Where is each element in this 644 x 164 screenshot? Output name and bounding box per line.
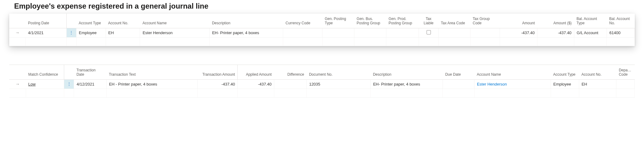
cell-transaction-text[interactable]: EH - Printer paper, 4 boxes — [106, 79, 197, 89]
cell-currency-code[interactable] — [283, 28, 322, 37]
col-account-no[interactable]: Account No. — [106, 14, 140, 28]
col-account-name[interactable]: Account Name — [474, 65, 551, 79]
col-amount-usd[interactable]: Amount ($) — [537, 14, 574, 28]
col-menu — [66, 14, 76, 28]
cell-account-name[interactable]: Ester Henderson — [474, 79, 551, 89]
cell-due-date[interactable] — [443, 79, 474, 89]
cell-account-type[interactable]: Employee — [551, 79, 579, 89]
cell-tax-area-code[interactable] — [438, 28, 470, 37]
col-description[interactable]: Description — [370, 65, 443, 79]
cell-amount-usd[interactable]: -437.40 — [537, 28, 574, 37]
section-heading: Employee's expense registered in a gener… — [0, 0, 644, 14]
col-applied-amount[interactable]: Applied Amount — [238, 65, 274, 79]
row-actions-icon[interactable]: ⋮ — [64, 79, 74, 89]
cell-match-confidence[interactable]: Low — [26, 79, 64, 89]
cell-description[interactable]: EH- Printer paper, 4 boxes — [370, 79, 443, 89]
cell-account-type[interactable]: Employee — [76, 28, 106, 37]
cell-gen-posting-type[interactable] — [322, 28, 354, 37]
table-header-row: Posting Date Account Type Account No. Ac… — [9, 14, 635, 28]
cell-account-no[interactable]: EH — [579, 79, 616, 89]
row-selector-arrow-icon[interactable]: → — [9, 28, 25, 37]
cell-depa-code[interactable] — [616, 79, 635, 89]
col-account-type[interactable]: Account Type — [76, 14, 106, 28]
general-journal-table: Posting Date Account Type Account No. Ac… — [9, 14, 635, 46]
checkbox-icon[interactable] — [427, 30, 431, 34]
cell-transaction-amount[interactable]: -437.40 — [198, 79, 238, 89]
col-currency-code[interactable]: Currency Code — [283, 14, 322, 28]
col-difference[interactable]: Difference — [274, 65, 306, 79]
col-selector — [9, 14, 25, 28]
col-tax-area-code[interactable]: Tax Area Code — [438, 14, 470, 28]
col-posting-date[interactable]: Posting Date — [25, 14, 66, 28]
col-tax-group-code[interactable]: Tax Group Code — [470, 14, 500, 28]
col-gen-bus-posting[interactable]: Gen. Bus. Posting Group — [354, 14, 386, 28]
cell-bal-account-no[interactable]: 61400 — [607, 28, 635, 37]
journal-line-row[interactable]: → 4/1/2021 ⋮ Employee EH Ester Henderson… — [9, 28, 635, 37]
cell-gen-prod-posting[interactable] — [386, 28, 419, 37]
cell-amount[interactable]: -437.40 — [500, 28, 537, 37]
col-depa-code[interactable]: Depa… Code — [616, 65, 635, 79]
col-transaction-text[interactable]: Transaction Text — [106, 65, 197, 79]
cell-tax-liable[interactable] — [419, 28, 439, 37]
col-menu — [64, 65, 74, 79]
col-description[interactable]: Description — [209, 14, 283, 28]
table-header-row: Match Confidence Transaction Date Transa… — [9, 65, 635, 79]
col-due-date[interactable]: Due Date — [443, 65, 474, 79]
col-match-confidence[interactable]: Match Confidence — [26, 65, 64, 79]
empty-row[interactable] — [9, 89, 635, 97]
col-amount[interactable]: Amount — [500, 14, 537, 28]
cell-tax-group-code[interactable] — [470, 28, 500, 37]
col-bal-account-type[interactable]: Bal. Account Type — [574, 14, 607, 28]
col-account-name[interactable]: Account Name — [140, 14, 209, 28]
cell-posting-date[interactable]: 4/1/2021 — [25, 28, 66, 37]
reconciliation-row[interactable]: → Low ⋮ 4/12/2021 EH - Printer paper, 4 … — [9, 79, 635, 89]
payment-reconciliation-table: Match Confidence Transaction Date Transa… — [9, 65, 635, 98]
col-gen-posting-type[interactable]: Gen. Posting Type — [322, 14, 354, 28]
cell-description[interactable]: EH- Printer paper, 4 boxes — [209, 28, 283, 37]
col-transaction-date[interactable]: Transaction Date — [74, 65, 106, 79]
col-selector — [9, 65, 26, 79]
col-account-type[interactable]: Account Type — [551, 65, 579, 79]
col-tax-liable[interactable]: Tax Liable — [419, 14, 439, 28]
row-actions-icon[interactable]: ⋮ — [66, 28, 76, 37]
cell-document-no[interactable]: 12035 — [306, 79, 370, 89]
cell-gen-bus-posting[interactable] — [354, 28, 386, 37]
cell-bal-account-type[interactable]: G/L Account — [574, 28, 607, 37]
cell-applied-amount[interactable]: -437.40 — [238, 79, 274, 89]
col-bal-account-no[interactable]: Bal. Account No. — [607, 14, 635, 28]
cell-difference[interactable] — [274, 79, 306, 89]
empty-row[interactable] — [9, 37, 635, 46]
payment-reconciliation-panel: Match Confidence Transaction Date Transa… — [9, 65, 635, 98]
cell-account-no[interactable]: EH — [106, 28, 140, 37]
cell-transaction-date[interactable]: 4/12/2021 — [74, 79, 106, 89]
col-gen-prod-posting[interactable]: Gen. Prod. Posting Group — [386, 14, 419, 28]
col-account-no[interactable]: Account No. — [579, 65, 616, 79]
col-document-no[interactable]: Document No. — [306, 65, 370, 79]
cell-account-name[interactable]: Ester Henderson — [140, 28, 209, 37]
col-transaction-amount[interactable]: Transaction Amount — [198, 65, 238, 79]
general-journal-panel: Posting Date Account Type Account No. Ac… — [9, 14, 635, 46]
row-selector-arrow-icon[interactable]: → — [9, 79, 26, 89]
